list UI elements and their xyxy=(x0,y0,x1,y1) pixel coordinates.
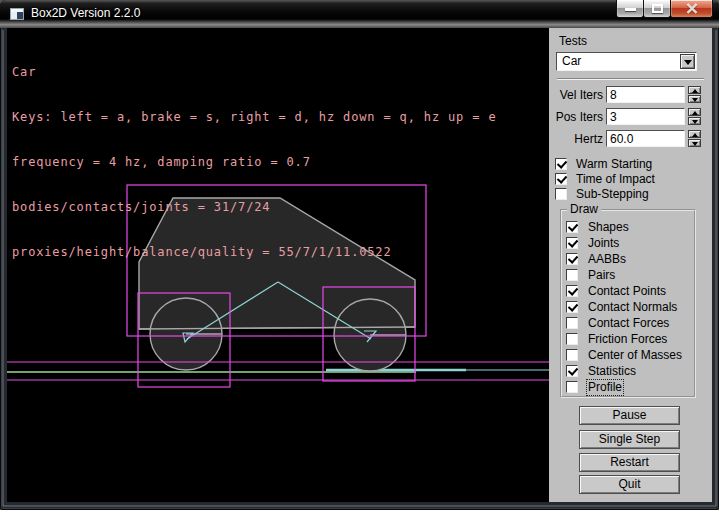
app-window: Box2D Version 2.2.0 xyxy=(0,0,719,510)
checkbox-label: Statistics xyxy=(588,365,636,378)
chevron-down-icon xyxy=(684,60,692,65)
tests-label: Tests xyxy=(559,34,587,48)
arrow-down-icon xyxy=(692,142,698,146)
arrow-up-icon xyxy=(692,111,698,115)
close-icon xyxy=(686,3,698,14)
single-step-button[interactable]: Single Step xyxy=(579,430,680,449)
keys-help-text: Keys: left = a, brake = s, right = d, hz… xyxy=(12,110,496,125)
pos-iters-spinner xyxy=(688,108,701,125)
checkbox-label: Profile xyxy=(588,381,622,394)
checkbox-box[interactable] xyxy=(566,237,578,249)
app-icon xyxy=(10,8,24,20)
pos-iters-label: Pos Iters xyxy=(549,110,603,124)
minimize-icon xyxy=(625,8,636,11)
pause-button[interactable]: Pause xyxy=(579,406,680,425)
hertz-input[interactable] xyxy=(606,130,685,147)
frame-edge-right xyxy=(715,30,717,506)
draw-group-box: Draw Shapes Joints AABBs Pairs Contact P… xyxy=(560,209,696,398)
checkbox-box[interactable] xyxy=(555,188,567,200)
checkbox-label: Center of Masses xyxy=(588,349,682,362)
frame-edge-left xyxy=(2,30,4,506)
test-select-value: Car xyxy=(562,54,581,69)
arrow-up-icon xyxy=(692,133,698,137)
checkbox-box[interactable] xyxy=(566,317,578,329)
spin-down-button[interactable] xyxy=(688,117,701,125)
checkbox-label: AABBs xyxy=(588,253,626,266)
frequency-text: frequency = 4 hz, damping ratio = 0.7 xyxy=(12,155,496,170)
vel-iters-input[interactable] xyxy=(606,86,685,103)
checkbox-label: Shapes xyxy=(588,221,629,234)
spin-up-button[interactable] xyxy=(688,130,701,138)
checkbox-label: Contact Points xyxy=(588,285,666,298)
arrow-up-icon xyxy=(692,89,698,93)
window-controls xyxy=(617,0,713,18)
separator xyxy=(557,78,704,80)
pos-iters-row: Pos Iters xyxy=(549,108,712,125)
checkbox-label: Friction Forces xyxy=(588,333,667,346)
vel-iters-label: Vel Iters xyxy=(549,88,603,102)
window-title: Box2D Version 2.2.0 xyxy=(31,6,140,20)
close-button[interactable] xyxy=(670,0,713,18)
debug-text-overlay: Car Keys: left = a, brake = s, right = d… xyxy=(12,35,496,290)
checkbox-box[interactable] xyxy=(555,158,567,170)
dropdown-arrow-button[interactable] xyxy=(680,54,695,69)
test-title-text: Car xyxy=(12,65,496,80)
stats-bodies-text: bodies/contacts/joints = 31/7/24 xyxy=(12,200,496,215)
quit-button[interactable]: Quit xyxy=(579,475,680,494)
vel-iters-row: Vel Iters xyxy=(549,86,712,103)
maximize-button[interactable] xyxy=(643,0,671,18)
arrow-down-icon xyxy=(692,98,698,102)
checkbox-box[interactable] xyxy=(566,381,578,393)
checkbox-box[interactable] xyxy=(566,349,578,361)
hertz-row: Hertz xyxy=(549,130,712,147)
spin-down-button[interactable] xyxy=(688,95,701,103)
checkbox-box[interactable] xyxy=(555,173,567,185)
arrow-down-icon xyxy=(692,120,698,124)
checkbox-label: Contact Forces xyxy=(588,317,669,330)
checkbox-label: Pairs xyxy=(588,269,615,282)
checkbox-box[interactable] xyxy=(566,285,578,297)
pos-iters-input[interactable] xyxy=(606,108,685,125)
spin-down-button[interactable] xyxy=(688,139,701,147)
spin-up-button[interactable] xyxy=(688,86,701,94)
title-bar[interactable]: Box2D Version 2.2.0 xyxy=(0,0,719,28)
checkbox-box[interactable] xyxy=(566,333,578,345)
control-panel: Tests Car Vel Iters Pos Iters He xyxy=(549,28,712,502)
maximize-icon xyxy=(652,4,663,13)
checkbox-box[interactable] xyxy=(566,301,578,313)
checkbox-label: Contact Normals xyxy=(588,301,677,314)
minimize-button[interactable] xyxy=(616,0,644,18)
hertz-spinner xyxy=(688,130,701,147)
simulation-canvas[interactable]: Car Keys: left = a, brake = s, right = d… xyxy=(7,28,549,502)
checkbox-label: Sub-Stepping xyxy=(576,188,649,201)
vel-iters-spinner xyxy=(688,86,701,103)
checkbox-box[interactable] xyxy=(566,269,578,281)
draw-group-label: Draw xyxy=(567,203,601,216)
restart-button[interactable]: Restart xyxy=(579,453,680,472)
hertz-label: Hertz xyxy=(549,132,603,146)
spin-up-button[interactable] xyxy=(688,108,701,116)
checkbox-label: Time of Impact xyxy=(576,173,655,186)
frame-edge-bottom xyxy=(3,505,716,507)
stats-proxies-text: proxies/height/balance/quality = 55/7/1/… xyxy=(12,245,496,260)
checkbox-box[interactable] xyxy=(566,365,578,377)
checkbox-box[interactable] xyxy=(566,253,578,265)
test-select-dropdown[interactable]: Car xyxy=(556,52,697,71)
checkbox-label: Warm Starting xyxy=(576,158,652,171)
checkbox-label: Joints xyxy=(588,237,619,250)
checkbox-box[interactable] xyxy=(566,221,578,233)
